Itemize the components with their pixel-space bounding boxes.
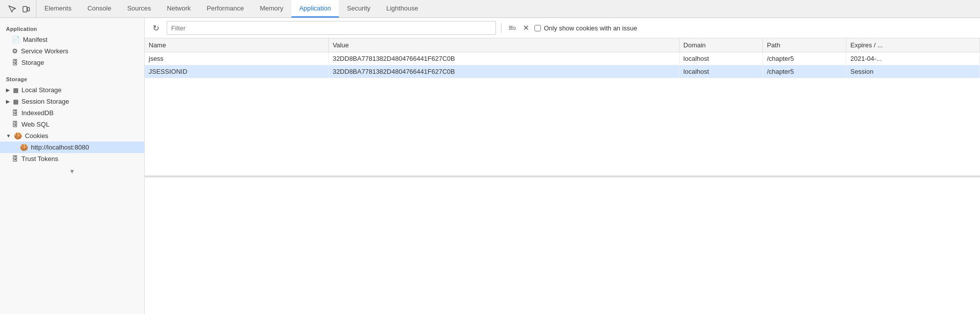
cookies-table: Name Value Domain Path Expires / ... jse…	[145, 38, 980, 78]
manifest-icon: 📄	[12, 36, 20, 43]
col-header-domain[interactable]: Domain	[679, 38, 762, 52]
storage-section-header: Storage	[0, 72, 144, 84]
cookies-chevron-icon: ▼	[6, 133, 11, 139]
cell-expires: Session	[846, 65, 980, 78]
cell-path: /chapter5	[762, 52, 846, 65]
sidebar-item-manifest-label: Manifest	[23, 36, 47, 43]
sidebar-item-service-workers[interactable]: ⚙ Service Workers	[0, 45, 144, 57]
sidebar-item-indexeddb-label: IndexedDB	[21, 109, 53, 117]
cookies-localhost-icon: 🍪	[20, 144, 28, 151]
local-storage-grid-icon: ▦	[13, 87, 18, 94]
tab-sources[interactable]: Sources	[119, 0, 159, 17]
sidebar-item-web-sql-label: Web SQL	[21, 121, 49, 128]
sidebar-item-web-sql[interactable]: 🗄 Web SQL	[0, 119, 144, 130]
sidebar-item-cookies[interactable]: ▼ 🍪 Cookies	[0, 130, 144, 142]
service-workers-icon: ⚙	[12, 47, 18, 55]
refresh-button[interactable]: ↻	[149, 21, 163, 35]
table-row[interactable]: jsess 32DD8BA7781382D4804766441F627C0B l…	[145, 52, 980, 65]
cell-expires: 2021-04-...	[846, 52, 980, 65]
only-show-cookies-label[interactable]: Only show cookies with an issue	[534, 24, 637, 32]
cookies-table-container: Name Value Domain Path Expires / ... jse…	[145, 38, 980, 175]
toolbar-separator	[501, 23, 501, 33]
tab-memory[interactable]: Memory	[252, 0, 291, 17]
only-show-cookies-checkbox[interactable]	[534, 25, 541, 31]
sidebar-item-trust-tokens[interactable]: 🗄 Trust Tokens	[0, 153, 144, 164]
filter-settings-button[interactable]: ≡o	[506, 21, 518, 34]
tab-lighthouse[interactable]: Lighthouse	[378, 0, 426, 17]
only-show-cookies-text: Only show cookies with an issue	[544, 24, 637, 32]
inspect-button[interactable]	[6, 3, 18, 15]
main-layout: Application 📄 Manifest ⚙ Service Workers…	[0, 18, 980, 314]
sidebar-item-storage-label: Storage	[21, 59, 44, 66]
sidebar-item-cookies-localhost[interactable]: 🍪 http://localhost:8080	[0, 142, 144, 153]
sidebar-item-indexeddb[interactable]: 🗄 IndexedDB	[0, 107, 144, 119]
col-header-name[interactable]: Name	[145, 38, 328, 52]
tab-application[interactable]: Application	[291, 0, 339, 17]
storage-icon: 🗄	[12, 59, 18, 66]
sidebar-scroll-down[interactable]: ▼	[0, 166, 144, 176]
web-sql-icon: 🗄	[12, 121, 18, 128]
content-area: ↻ ≡o ✕ Only show cookies with an issue N…	[145, 18, 980, 314]
col-header-path[interactable]: Path	[762, 38, 846, 52]
device-toolbar-button[interactable]	[20, 3, 32, 15]
devtools-icons	[2, 0, 36, 17]
svg-rect-0	[23, 6, 27, 12]
trust-tokens-icon: 🗄	[12, 155, 18, 162]
main-nav-tabs: Elements Console Sources Network Perform…	[36, 0, 426, 17]
sidebar-item-cookies-label: Cookies	[25, 132, 48, 140]
tab-console[interactable]: Console	[79, 0, 119, 17]
sidebar-item-manifest[interactable]: 📄 Manifest	[0, 34, 144, 45]
col-header-value[interactable]: Value	[328, 38, 679, 52]
table-header: Name Value Domain Path Expires / ...	[145, 38, 980, 52]
sidebar-item-session-storage[interactable]: ▶ ▦ Session Storage	[0, 96, 144, 107]
cell-path: /chapter5	[762, 65, 846, 78]
sidebar-item-trust-tokens-label: Trust Tokens	[21, 155, 58, 162]
application-section-header: Application	[0, 22, 144, 34]
sidebar-item-storage[interactable]: 🗄 Storage	[0, 57, 144, 68]
local-storage-chevron-icon: ▶	[6, 87, 10, 93]
svg-rect-1	[27, 7, 29, 11]
top-navigation: Elements Console Sources Network Perform…	[0, 0, 980, 18]
cookies-icon: 🍪	[14, 132, 22, 140]
toolbar-actions: ≡o ✕ Only show cookies with an issue	[506, 21, 637, 34]
col-header-expires[interactable]: Expires / ...	[846, 38, 980, 52]
sidebar-item-session-storage-label: Session Storage	[21, 98, 69, 105]
sidebar: Application 📄 Manifest ⚙ Service Workers…	[0, 18, 145, 314]
filter-input[interactable]	[167, 21, 496, 35]
toolbar: ↻ ≡o ✕ Only show cookies with an issue	[145, 18, 980, 38]
tab-elements[interactable]: Elements	[36, 0, 79, 17]
sidebar-item-cookies-localhost-label: http://localhost:8080	[31, 144, 89, 151]
clear-filter-button[interactable]: ✕	[521, 21, 531, 34]
sidebar-item-local-storage[interactable]: ▶ ▦ Local Storage	[0, 84, 144, 96]
cell-name: jsess	[145, 52, 328, 65]
cell-value: 32DD8BA7781382D4804766441F627C0B	[328, 52, 679, 65]
detail-panel	[145, 177, 980, 314]
tab-network[interactable]: Network	[159, 0, 199, 17]
session-storage-chevron-icon: ▶	[6, 99, 10, 104]
tab-security[interactable]: Security	[339, 0, 378, 17]
session-storage-grid-icon: ▦	[13, 98, 18, 105]
indexeddb-icon: 🗄	[12, 109, 18, 117]
sidebar-item-local-storage-label: Local Storage	[21, 86, 61, 94]
table-body: jsess 32DD8BA7781382D4804766441F627C0B l…	[145, 52, 980, 78]
tab-performance[interactable]: Performance	[199, 0, 251, 17]
cell-value: 32DD8BA7781382D4804766441F627C0B	[328, 65, 679, 78]
table-row[interactable]: JSESSIONID 32DD8BA7781382D4804766441F627…	[145, 65, 980, 78]
cell-name: JSESSIONID	[145, 65, 328, 78]
sidebar-item-service-workers-label: Service Workers	[21, 47, 68, 55]
cell-domain: localhost	[679, 52, 762, 65]
cell-domain: localhost	[679, 65, 762, 78]
